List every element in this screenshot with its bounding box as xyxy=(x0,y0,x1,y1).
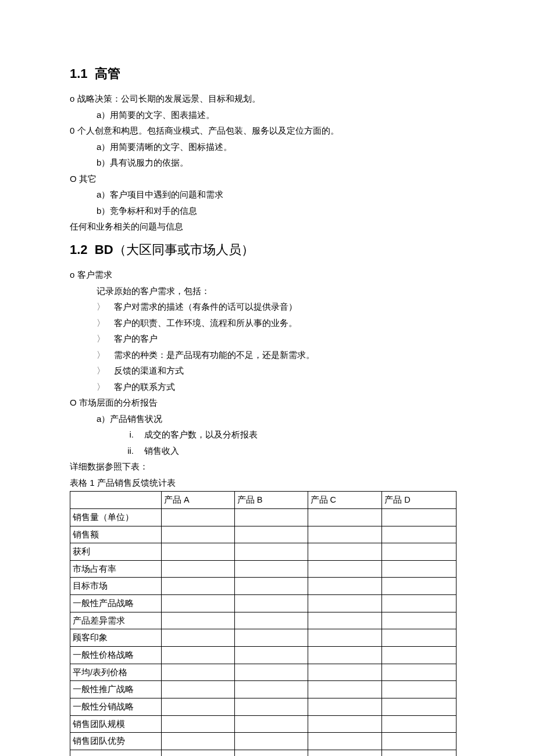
cell xyxy=(308,612,382,629)
req-point: 〉客户的客户 xyxy=(70,331,465,346)
cell xyxy=(234,733,308,750)
table-row: 获利 xyxy=(70,543,456,561)
cell xyxy=(382,612,456,629)
cell xyxy=(382,681,456,698)
cell xyxy=(308,629,382,647)
cell xyxy=(308,526,382,543)
cell xyxy=(234,526,308,543)
cell xyxy=(382,647,456,664)
bullet-market: O 市场层面的分析报告 xyxy=(70,395,465,410)
table-row: 目标市场 xyxy=(70,578,456,595)
angle-icon: 〉 xyxy=(97,363,114,378)
cell xyxy=(162,612,235,629)
cell xyxy=(162,629,235,647)
document-page: 1.1 高管 o 战略决策：公司长期的发展远景、目标和规划。 a）用简要的文字、… xyxy=(0,0,535,756)
heading-number: 1.1 xyxy=(70,66,88,81)
row-label: 产品差异需求 xyxy=(70,612,162,629)
cell xyxy=(308,664,382,681)
cell xyxy=(234,612,308,629)
heading-1-2: 1.2 BD（大区同事或市场人员） xyxy=(70,239,465,260)
table-header xyxy=(70,492,162,509)
req-point: 〉需求的种类：是产品现有功能的不足，还是新需求。 xyxy=(70,347,465,363)
sub-a: a）客户项目中遇到的问题和需求 xyxy=(70,187,465,202)
req-point: 〉反馈的渠道和方式 xyxy=(70,363,465,378)
cell xyxy=(234,543,308,561)
row-label: 市场占有率 xyxy=(70,560,162,578)
cell xyxy=(162,543,235,561)
row-label: 销售团队规模 xyxy=(70,715,162,733)
table-header: 产品 B xyxy=(234,492,308,509)
bullet-strategy: o 战略决策：公司长期的发展远景、目标和规划。 xyxy=(70,91,465,106)
sub-b: b）竞争标杆和对手的信息 xyxy=(70,203,465,218)
cell xyxy=(162,698,235,715)
table-row: 销售额 xyxy=(70,526,456,543)
cell xyxy=(382,578,456,595)
cell xyxy=(382,664,456,681)
table-row: 平均/表列价格 xyxy=(70,664,456,681)
cell xyxy=(162,647,235,664)
cell xyxy=(308,560,382,578)
cell xyxy=(234,715,308,733)
cell xyxy=(234,681,308,698)
cell xyxy=(308,543,382,561)
cell xyxy=(382,560,456,578)
cell xyxy=(308,578,382,595)
req-point: 〉客户对需求的描述（有条件的话可以提供录音） xyxy=(70,299,465,314)
cell xyxy=(308,698,382,715)
cell xyxy=(382,526,456,543)
cell xyxy=(382,733,456,750)
table-row: 一般性推广战略 xyxy=(70,681,456,698)
cell xyxy=(162,681,235,698)
cell xyxy=(234,664,308,681)
row-label: 顾客印象 xyxy=(70,629,162,647)
cell xyxy=(382,508,456,526)
req-intro: 记录原始的客户需求，包括： xyxy=(70,284,465,299)
angle-icon: 〉 xyxy=(97,347,114,363)
table-row: 顾客印象 xyxy=(70,629,456,647)
table-header: 产品 D xyxy=(382,492,456,509)
cell xyxy=(308,733,382,750)
angle-icon: 〉 xyxy=(97,316,114,331)
table-row: 一般性产品战略 xyxy=(70,595,456,612)
cell xyxy=(308,681,382,698)
table-row: 一般性分销战略 xyxy=(70,698,456,715)
heading-1-1: 1.1 高管 xyxy=(70,63,465,84)
row-label: 销售额 xyxy=(70,526,162,543)
angle-icon: 〉 xyxy=(97,379,114,395)
table-row: 市场占有率 xyxy=(70,560,456,578)
heading-title: 高管 xyxy=(95,66,120,81)
cell xyxy=(234,647,308,664)
cell xyxy=(382,629,456,647)
table-caption: 表格 1 产品销售反馈统计表 xyxy=(70,475,465,490)
trailing-note: 任何和业务相关的问题与信息 xyxy=(70,219,465,234)
req-point: 〉客户的联系方式 xyxy=(70,379,465,395)
heading-number: 1.2 xyxy=(70,242,88,257)
row-label: 目标市场 xyxy=(70,578,162,595)
cell xyxy=(382,595,456,612)
row-label: 一般性分销战略 xyxy=(70,698,162,715)
market-a: a）产品销售状况 xyxy=(70,411,465,427)
row-label: 一般性价格战略 xyxy=(70,647,162,664)
cell xyxy=(234,595,308,612)
angle-icon: 〉 xyxy=(97,299,114,314)
table-header-row: 产品 A 产品 B 产品 C 产品 D xyxy=(70,492,456,509)
cell xyxy=(162,664,235,681)
table-row: 销售团队规模 xyxy=(70,715,456,733)
cell xyxy=(308,715,382,733)
heading-title-bold: BD xyxy=(95,242,113,257)
cell xyxy=(308,647,382,664)
cell xyxy=(234,560,308,578)
cell xyxy=(308,595,382,612)
row-label: 平均/表列价格 xyxy=(70,664,162,681)
req-point: 〉客户的职责、工作环境、流程和所从事的业务。 xyxy=(70,316,465,331)
sub-a: a）用简要清晰的文字、图标描述。 xyxy=(70,139,465,155)
cell xyxy=(162,578,235,595)
cell xyxy=(162,715,235,733)
cell xyxy=(234,698,308,715)
cell xyxy=(162,595,235,612)
cell xyxy=(308,750,382,756)
cell xyxy=(162,733,235,750)
cell xyxy=(382,750,456,756)
sub-b: b）具有说服力的依据。 xyxy=(70,155,465,170)
sales-feedback-table: 产品 A 产品 B 产品 C 产品 D 销售量（单位）销售额获利市场占有率目标市… xyxy=(70,491,456,756)
